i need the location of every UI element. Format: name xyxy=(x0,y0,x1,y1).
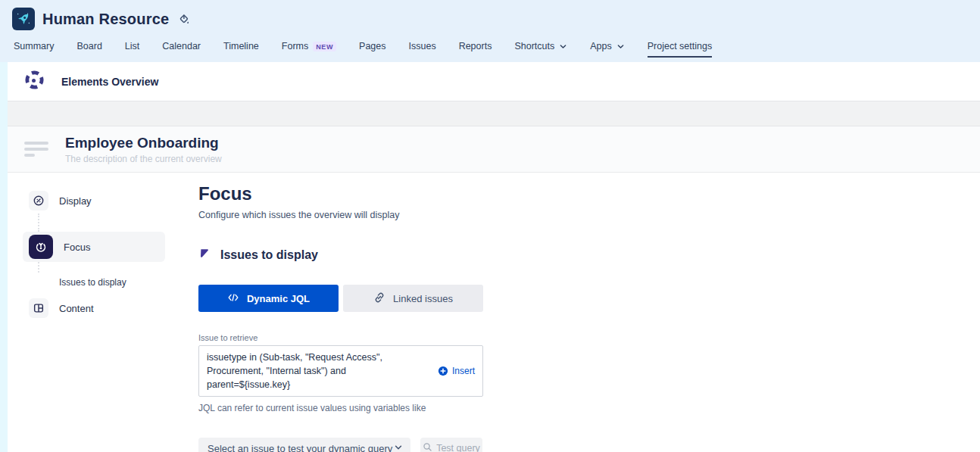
section-marker-icon xyxy=(198,248,210,262)
chevron-down-icon xyxy=(394,441,403,452)
nav-tab-board[interactable]: Board xyxy=(76,41,101,58)
overview-title: Employee Onboarding xyxy=(65,135,222,151)
nav-tab-shortcuts[interactable]: Shortcuts xyxy=(514,41,567,58)
source-tabs: Dynamic JQL Linked issues xyxy=(198,285,653,312)
settings-sidebar: Display Focus Issues to display xyxy=(23,173,165,452)
page-left-strip xyxy=(0,0,8,452)
sidebar-item-focus[interactable]: Focus xyxy=(23,232,165,262)
select-placeholder: Select an issue to test your dynamic que… xyxy=(208,443,392,452)
nav-tab-summary[interactable]: Summary xyxy=(14,41,54,58)
nav-tab-calendar[interactable]: Calendar xyxy=(162,41,201,58)
project-title: Human Resource xyxy=(42,11,169,28)
jql-helper-text: JQL can refer to current issue values us… xyxy=(198,403,653,413)
nav-tab-pages[interactable]: Pages xyxy=(359,41,385,58)
nav-tab-list[interactable]: List xyxy=(125,41,139,58)
nav-tab-apps[interactable]: Apps xyxy=(590,41,625,58)
nav-tab-forms[interactable]: Forms NEW xyxy=(282,41,336,58)
focus-icon xyxy=(29,235,53,259)
jql-field-label: Issue to retrieve xyxy=(198,333,653,342)
elements-overview-icon xyxy=(24,70,45,93)
sidebar-connector xyxy=(38,214,165,232)
chevron-down-icon xyxy=(559,42,567,51)
page-subtitle: Configure which issues the overview will… xyxy=(198,210,653,220)
display-icon xyxy=(29,191,48,210)
plus-circle-icon xyxy=(438,366,448,376)
chevron-down-icon xyxy=(616,42,625,51)
code-icon xyxy=(227,292,239,305)
sidebar-item-content[interactable]: Content xyxy=(23,295,165,321)
divider-band xyxy=(8,101,980,126)
section-title: Issues to display xyxy=(220,248,318,262)
project-nav: Summary Board List Calendar Timeline For… xyxy=(12,39,980,60)
overview-description: The description of the current overview xyxy=(65,154,222,164)
insert-button[interactable]: Insert xyxy=(438,366,475,376)
sidebar-item-label: Focus xyxy=(64,242,90,253)
project-logo-rocket-icon xyxy=(12,8,35,30)
overview-header: Employee Onboarding The description of t… xyxy=(8,126,980,173)
nav-tab-issues[interactable]: Issues xyxy=(409,41,436,58)
sidebar-item-display[interactable]: Display xyxy=(23,188,165,214)
sidebar-item-label: Content xyxy=(59,303,94,314)
tab-linked-issues[interactable]: Linked issues xyxy=(343,285,483,312)
project-header: Human Resource Summary Board List Calend… xyxy=(0,0,980,62)
content-layout-icon xyxy=(29,298,48,318)
nav-tab-project-settings[interactable]: Project settings xyxy=(648,41,712,58)
sidebar-connector xyxy=(38,262,165,273)
search-icon xyxy=(423,442,432,452)
tab-dynamic-jql[interactable]: Dynamic JQL xyxy=(198,285,339,312)
sidebar-item-issues-to-display[interactable]: Issues to display xyxy=(59,274,165,291)
page-title: Focus xyxy=(198,183,653,204)
new-badge: NEW xyxy=(313,42,336,51)
app-bar: Elements Overview xyxy=(8,62,980,101)
test-issue-select[interactable]: Select an issue to test your dynamic que… xyxy=(198,438,410,452)
nav-tab-reports[interactable]: Reports xyxy=(459,41,492,58)
content: Display Focus Issues to display xyxy=(8,173,980,452)
app-title: Elements Overview xyxy=(61,76,158,88)
nav-tab-timeline[interactable]: Timeline xyxy=(223,41,259,58)
sidebar-item-label: Display xyxy=(59,195,92,207)
paint-bucket-icon[interactable] xyxy=(178,13,191,26)
menu-handle-icon[interactable] xyxy=(24,142,48,157)
focus-panel: Focus Configure which issues the overvie… xyxy=(198,173,653,452)
jql-value: issuetype in (Sub-task, "Request Access"… xyxy=(207,351,432,391)
link-icon xyxy=(373,291,385,306)
jql-input[interactable]: issuetype in (Sub-task, "Request Access"… xyxy=(198,345,483,397)
test-query-button[interactable]: Test query xyxy=(420,438,482,452)
